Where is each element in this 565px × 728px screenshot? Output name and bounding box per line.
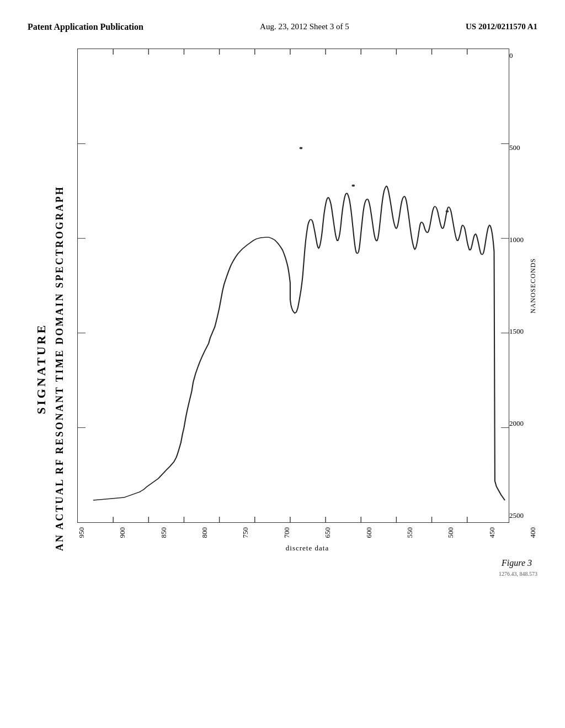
title-main: AN ACTUAL RF RESONANT TIME DOMAIN SPECTR… [54, 186, 66, 552]
sheet-info: Aug. 23, 2012 Sheet 3 of 5 [260, 22, 349, 31]
x-axis-title: discrete data [77, 544, 537, 553]
x-label-800: 800 [200, 527, 209, 538]
figure-label: Figure 3 [502, 558, 532, 568]
axis-label-2000: 2000 [509, 419, 524, 428]
axis-label-1500: 1500 [509, 327, 524, 336]
right-axis-container: 2500 2000 1500 1000 500 0 NANOSECONDS [509, 49, 537, 523]
axis-label-0: 0 [509, 51, 524, 60]
figure-area: Figure 3 1276.43, 848.573 [72, 558, 537, 577]
bottom-note: 1276.43, 848.573 [499, 571, 537, 577]
x-label-400: 400 [529, 527, 537, 538]
data-point [446, 210, 449, 212]
x-label-450: 450 [488, 527, 497, 538]
x-label-650: 650 [323, 527, 332, 538]
nanoseconds-label: NANOSECONDS [529, 258, 537, 313]
axis-label-1000: 1000 [509, 235, 524, 244]
spectrograph-svg [78, 49, 509, 522]
data-point [300, 147, 303, 149]
x-axis-labels: 950 900 850 800 750 700 650 600 550 500 … [77, 523, 537, 538]
page: Patent Application Publication Aug. 23, … [0, 0, 565, 728]
x-label-750: 750 [241, 527, 250, 538]
right-axis-numbers: 2500 2000 1500 1000 500 0 [509, 49, 524, 523]
header: Patent Application Publication Aug. 23, … [28, 22, 537, 32]
chart-area: 2500 2000 1500 1000 500 0 NANOSECONDS 95… [72, 49, 537, 655]
patent-publication-label: Patent Application Publication [28, 22, 143, 32]
axis-label-2500: 2500 [509, 511, 524, 520]
x-label-550: 550 [406, 527, 414, 538]
x-label-900: 900 [118, 527, 127, 538]
title-signature: SIGNATURE [34, 323, 49, 414]
x-label-950: 950 [77, 527, 86, 538]
x-label-850: 850 [159, 527, 168, 538]
axis-label-500: 500 [509, 143, 524, 152]
chart-box [77, 49, 509, 523]
vertical-title: SIGNATURE AN ACTUAL RF RESONANT TIME DOM… [28, 49, 72, 655]
waveform-path [93, 186, 505, 500]
x-label-500: 500 [446, 527, 455, 538]
main-content: SIGNATURE AN ACTUAL RF RESONANT TIME DOM… [28, 49, 537, 655]
x-label-600: 600 [365, 527, 374, 538]
x-label-700: 700 [282, 527, 291, 538]
x-axis-area: 950 900 850 800 750 700 650 600 550 500 … [77, 523, 537, 553]
patent-number: US 2012/0211570 A1 [466, 22, 537, 31]
data-point [351, 184, 355, 186]
